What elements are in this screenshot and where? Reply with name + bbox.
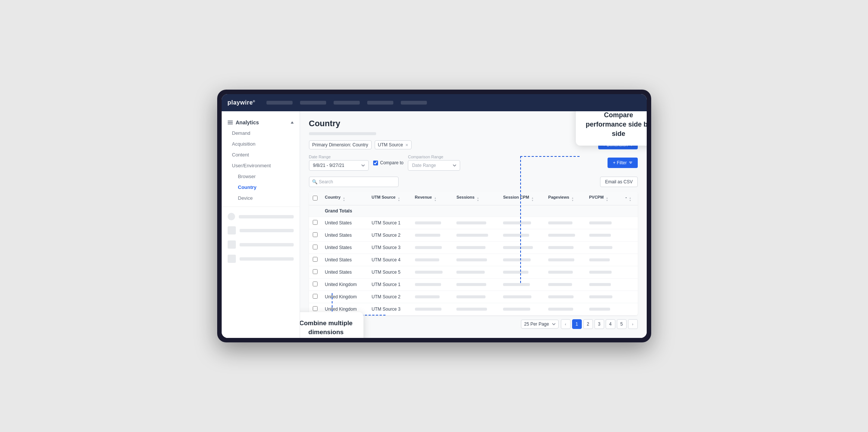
td-sess-3 xyxy=(453,254,499,266)
logo: playwire® xyxy=(228,99,255,106)
top-nav: playwire® xyxy=(222,94,647,111)
compare-to-checkbox[interactable] xyxy=(373,161,378,165)
per-page-select[interactable]: 25 Per Page xyxy=(521,320,559,329)
td-sess-5 xyxy=(453,279,499,291)
sort-icon-country[interactable]: ▲▼ xyxy=(343,197,345,202)
sidebar-content-label: Content xyxy=(232,152,249,158)
td-sess-2 xyxy=(453,242,499,254)
email-csv-button[interactable]: Email as CSV xyxy=(600,177,637,187)
search-export-row: 🔍 Email as CSV xyxy=(309,177,638,187)
page-btn-4[interactable]: 4 xyxy=(606,319,615,329)
td-extra-4 xyxy=(622,266,638,279)
td-pvcpm-0 xyxy=(586,217,622,229)
th-pvcpm[interactable]: PVCPM ▲▼ xyxy=(586,192,622,205)
nav-placeholder-5[interactable] xyxy=(401,101,427,105)
td-sess-7 xyxy=(453,303,499,316)
sort-icon-pvcpm[interactable]: ▲▼ xyxy=(606,197,608,202)
td-country-5: United Kingdom xyxy=(321,279,368,291)
analytics-section-header[interactable]: Analytics xyxy=(222,117,300,128)
page-num-1: 1 xyxy=(575,321,578,327)
th-sessions[interactable]: Sessions ▲▼ xyxy=(453,192,499,205)
sidebar-sub-item-browser[interactable]: Browser xyxy=(222,171,300,182)
td-rev-3 xyxy=(411,254,453,266)
td-pv-2 xyxy=(544,242,585,254)
country-name-7: United Kingdom xyxy=(325,307,357,312)
utm-name-7: UTM Source 3 xyxy=(372,307,400,312)
row-checkbox-3[interactable] xyxy=(313,257,318,262)
th-session-cpm[interactable]: Session CPM ▲▼ xyxy=(499,192,544,205)
page-btn-1[interactable]: 1 xyxy=(572,319,582,329)
nav-placeholder-4[interactable] xyxy=(367,101,393,105)
th-utm-source[interactable]: UTM Source ▲▼ xyxy=(368,192,411,205)
email-csv-label: Email as CSV xyxy=(605,179,633,184)
td-checkbox-4 xyxy=(309,266,321,279)
search-input[interactable] xyxy=(309,177,399,187)
sidebar-sub-item-device[interactable]: Device xyxy=(222,193,300,203)
td-scpm-3 xyxy=(499,254,544,266)
main-layout: Analytics Demand Acquisition Content Use… xyxy=(222,111,647,338)
date-range-select[interactable]: 9/8/21 - 9/27/21 xyxy=(309,160,369,171)
td-grand-total-checkbox xyxy=(309,205,321,217)
sort-icon-utm[interactable]: ▲▼ xyxy=(398,197,400,202)
sidebar-item-demand[interactable]: Demand xyxy=(222,128,300,139)
data-table: Country ▲▼ UTM Source ▲▼ Revenue ▲▼ xyxy=(309,192,638,316)
utm-source-filter-tag[interactable]: UTM Source ✕ xyxy=(375,140,412,149)
sidebar-item-content[interactable]: Content xyxy=(222,149,300,160)
td-grand-total-pvcpm xyxy=(586,205,622,217)
sidebar-analytics-label: Analytics xyxy=(236,119,259,125)
sort-icon-pageviews[interactable]: ▲▼ xyxy=(571,197,574,202)
row-checkbox-5[interactable] xyxy=(313,282,318,286)
th-pageviews[interactable]: Pageviews ▲▼ xyxy=(544,192,585,205)
utm-name-2: UTM Source 3 xyxy=(372,245,400,250)
row-checkbox-2[interactable] xyxy=(313,245,318,249)
sidebar-item-user-environment[interactable]: User/Environment xyxy=(222,160,300,171)
comparison-range-select[interactable]: Date Range xyxy=(408,160,460,171)
th-checkbox xyxy=(309,192,321,205)
table-row: United States UTM Source 1 xyxy=(309,217,638,229)
sidebar-item-acquisition[interactable]: Acquisition xyxy=(222,139,300,149)
td-checkbox-3 xyxy=(309,254,321,266)
page-btn-3[interactable]: 3 xyxy=(594,319,604,329)
sort-icon-session-cpm[interactable]: ▲▼ xyxy=(531,197,534,202)
td-utm-4: UTM Source 5 xyxy=(368,266,411,279)
page-btn-2[interactable]: 2 xyxy=(583,319,593,329)
td-pv-4 xyxy=(544,266,585,279)
utm-name-3: UTM Source 4 xyxy=(372,257,400,262)
sidebar-sub-item-country[interactable]: Country xyxy=(222,182,300,193)
select-all-checkbox[interactable] xyxy=(313,196,318,201)
sort-icon-sessions[interactable]: ▲▼ xyxy=(477,197,479,202)
td-scpm-1 xyxy=(499,229,544,242)
row-checkbox-6[interactable] xyxy=(313,294,318,299)
chevron-up-icon xyxy=(291,121,294,124)
td-country-4: United States xyxy=(321,266,368,279)
filter-button[interactable]: + Filter xyxy=(608,158,637,168)
td-pvcpm-4 xyxy=(586,266,622,279)
td-utm-7: UTM Source 3 xyxy=(368,303,411,316)
primary-dimension-filter-tag[interactable]: Primary Dimension: Country xyxy=(309,140,372,149)
nav-placeholder-1[interactable] xyxy=(266,101,293,105)
logo-sup: ® xyxy=(253,100,255,103)
close-icon[interactable]: ✕ xyxy=(405,143,408,147)
th-extra[interactable]: - ▲▼ xyxy=(622,192,638,205)
page-btn-5[interactable]: 5 xyxy=(617,319,627,329)
next-page-button[interactable]: › xyxy=(628,319,638,329)
page-num-5: 5 xyxy=(620,321,623,327)
td-grand-total-session-cpm xyxy=(499,205,544,217)
sidebar-text-2 xyxy=(240,229,294,232)
sort-icon-extra[interactable]: ▲▼ xyxy=(629,197,631,202)
nav-placeholder-3[interactable] xyxy=(334,101,360,105)
row-checkbox-0[interactable] xyxy=(313,220,318,225)
sort-icon-revenue[interactable]: ▲▼ xyxy=(434,197,437,202)
row-checkbox-1[interactable] xyxy=(313,232,318,237)
row-checkbox-4[interactable] xyxy=(313,269,318,274)
th-revenue[interactable]: Revenue ▲▼ xyxy=(411,192,453,205)
prev-page-button[interactable]: ‹ xyxy=(561,319,571,329)
td-sess-1 xyxy=(453,229,499,242)
nav-placeholder-2[interactable] xyxy=(300,101,326,105)
th-country[interactable]: Country ▲▼ xyxy=(321,192,368,205)
sidebar: Analytics Demand Acquisition Content Use… xyxy=(222,111,300,338)
td-country-0: United States xyxy=(321,217,368,229)
row-checkbox-7[interactable] xyxy=(313,306,318,311)
td-scpm-6 xyxy=(499,291,544,303)
callout-top-right: Compare performance side by side xyxy=(576,111,647,146)
